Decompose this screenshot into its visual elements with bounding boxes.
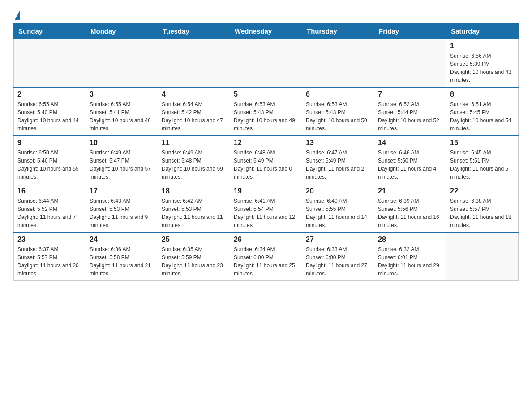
day-info: Sunrise: 6:38 AM Sunset: 5:57 PM Dayligh… xyxy=(450,197,515,229)
day-info: Sunrise: 6:55 AM Sunset: 5:40 PM Dayligh… xyxy=(17,100,82,133)
day-number: 9 xyxy=(17,139,82,147)
calendar-cell: 20Sunrise: 6:40 AM Sunset: 5:55 PM Dayli… xyxy=(302,184,374,232)
day-info: Sunrise: 6:51 AM Sunset: 5:45 PM Dayligh… xyxy=(450,100,515,133)
day-number: 14 xyxy=(378,139,442,147)
day-info: Sunrise: 6:44 AM Sunset: 5:52 PM Dayligh… xyxy=(17,197,82,229)
day-number: 4 xyxy=(162,90,226,98)
calendar-cell: 1Sunrise: 6:56 AM Sunset: 5:39 PM Daylig… xyxy=(446,39,519,87)
calendar-cell xyxy=(302,39,374,87)
column-header-wednesday: Wednesday xyxy=(230,24,302,39)
day-number: 13 xyxy=(306,139,370,147)
day-number: 28 xyxy=(378,235,442,244)
day-info: Sunrise: 6:54 AM Sunset: 5:42 PM Dayligh… xyxy=(162,100,226,133)
calendar-cell: 5Sunrise: 6:53 AM Sunset: 5:43 PM Daylig… xyxy=(230,87,302,136)
calendar-cell: 11Sunrise: 6:49 AM Sunset: 5:48 PM Dayli… xyxy=(158,136,230,184)
calendar-header-row: SundayMondayTuesdayWednesdayThursdayFrid… xyxy=(14,24,519,39)
calendar-cell: 10Sunrise: 6:49 AM Sunset: 5:47 PM Dayli… xyxy=(86,136,158,184)
calendar-cell: 2Sunrise: 6:55 AM Sunset: 5:40 PM Daylig… xyxy=(14,87,86,136)
day-number: 7 xyxy=(378,90,442,98)
day-info: Sunrise: 6:45 AM Sunset: 5:51 PM Dayligh… xyxy=(450,149,515,181)
day-number: 6 xyxy=(306,90,370,98)
calendar-table: SundayMondayTuesdayWednesdayThursdayFrid… xyxy=(13,23,519,281)
week-row-2: 2Sunrise: 6:55 AM Sunset: 5:40 PM Daylig… xyxy=(14,87,519,136)
day-number: 18 xyxy=(162,187,226,195)
day-info: Sunrise: 6:41 AM Sunset: 5:54 PM Dayligh… xyxy=(234,197,298,229)
day-info: Sunrise: 6:47 AM Sunset: 5:49 PM Dayligh… xyxy=(306,149,370,181)
page-header xyxy=(13,9,519,19)
calendar-cell: 14Sunrise: 6:46 AM Sunset: 5:50 PM Dayli… xyxy=(374,136,446,184)
logo xyxy=(13,9,20,19)
day-info: Sunrise: 6:49 AM Sunset: 5:48 PM Dayligh… xyxy=(162,149,226,181)
day-number: 10 xyxy=(90,139,154,147)
calendar-cell: 18Sunrise: 6:42 AM Sunset: 5:53 PM Dayli… xyxy=(158,184,230,232)
week-row-3: 9Sunrise: 6:50 AM Sunset: 5:46 PM Daylig… xyxy=(14,136,519,184)
calendar-cell xyxy=(230,39,302,87)
calendar-cell xyxy=(374,39,446,87)
calendar-cell: 22Sunrise: 6:38 AM Sunset: 5:57 PM Dayli… xyxy=(446,184,519,232)
day-number: 23 xyxy=(17,235,82,244)
day-number: 17 xyxy=(90,187,154,195)
calendar-cell: 24Sunrise: 6:36 AM Sunset: 5:58 PM Dayli… xyxy=(86,232,158,281)
calendar-cell: 27Sunrise: 6:33 AM Sunset: 6:00 PM Dayli… xyxy=(302,232,374,281)
day-info: Sunrise: 6:55 AM Sunset: 5:41 PM Dayligh… xyxy=(90,100,154,133)
day-number: 5 xyxy=(234,90,298,98)
day-number: 19 xyxy=(234,187,298,195)
day-info: Sunrise: 6:39 AM Sunset: 5:56 PM Dayligh… xyxy=(378,197,442,229)
day-number: 26 xyxy=(234,235,298,244)
calendar-cell: 13Sunrise: 6:47 AM Sunset: 5:49 PM Dayli… xyxy=(302,136,374,184)
calendar-cell: 26Sunrise: 6:34 AM Sunset: 6:00 PM Dayli… xyxy=(230,232,302,281)
day-number: 22 xyxy=(450,187,515,195)
day-info: Sunrise: 6:33 AM Sunset: 6:00 PM Dayligh… xyxy=(306,245,370,278)
week-row-1: 1Sunrise: 6:56 AM Sunset: 5:39 PM Daylig… xyxy=(14,39,519,87)
day-number: 21 xyxy=(378,187,442,195)
day-info: Sunrise: 6:36 AM Sunset: 5:58 PM Dayligh… xyxy=(90,245,154,278)
calendar-cell: 4Sunrise: 6:54 AM Sunset: 5:42 PM Daylig… xyxy=(158,87,230,136)
day-number: 2 xyxy=(17,90,82,98)
calendar-cell: 8Sunrise: 6:51 AM Sunset: 5:45 PM Daylig… xyxy=(446,87,519,136)
calendar-cell: 9Sunrise: 6:50 AM Sunset: 5:46 PM Daylig… xyxy=(14,136,86,184)
day-number: 3 xyxy=(90,90,154,98)
column-header-sunday: Sunday xyxy=(14,24,86,39)
day-number: 15 xyxy=(450,139,515,147)
day-number: 12 xyxy=(234,139,298,147)
calendar-cell: 16Sunrise: 6:44 AM Sunset: 5:52 PM Dayli… xyxy=(14,184,86,232)
day-info: Sunrise: 6:32 AM Sunset: 6:01 PM Dayligh… xyxy=(378,245,442,278)
column-header-friday: Friday xyxy=(374,24,446,39)
day-number: 25 xyxy=(162,235,226,244)
day-info: Sunrise: 6:56 AM Sunset: 5:39 PM Dayligh… xyxy=(450,52,515,84)
calendar-cell xyxy=(446,232,519,281)
day-number: 11 xyxy=(162,139,226,147)
day-number: 27 xyxy=(306,235,370,244)
calendar-cell: 6Sunrise: 6:53 AM Sunset: 5:43 PM Daylig… xyxy=(302,87,374,136)
calendar-cell: 21Sunrise: 6:39 AM Sunset: 5:56 PM Dayli… xyxy=(374,184,446,232)
column-header-tuesday: Tuesday xyxy=(158,24,230,39)
calendar-cell: 23Sunrise: 6:37 AM Sunset: 5:57 PM Dayli… xyxy=(14,232,86,281)
day-number: 20 xyxy=(306,187,370,195)
day-info: Sunrise: 6:53 AM Sunset: 5:43 PM Dayligh… xyxy=(306,100,370,133)
day-info: Sunrise: 6:48 AM Sunset: 5:49 PM Dayligh… xyxy=(234,149,298,181)
week-row-5: 23Sunrise: 6:37 AM Sunset: 5:57 PM Dayli… xyxy=(14,232,519,281)
day-info: Sunrise: 6:49 AM Sunset: 5:47 PM Dayligh… xyxy=(90,149,154,181)
calendar-cell: 17Sunrise: 6:43 AM Sunset: 5:53 PM Dayli… xyxy=(86,184,158,232)
day-number: 1 xyxy=(450,42,515,50)
day-info: Sunrise: 6:46 AM Sunset: 5:50 PM Dayligh… xyxy=(378,149,442,181)
day-number: 8 xyxy=(450,90,515,98)
calendar-cell xyxy=(14,39,86,87)
column-header-monday: Monday xyxy=(86,24,158,39)
day-info: Sunrise: 6:50 AM Sunset: 5:46 PM Dayligh… xyxy=(17,149,82,181)
calendar-cell: 19Sunrise: 6:41 AM Sunset: 5:54 PM Dayli… xyxy=(230,184,302,232)
calendar-cell: 15Sunrise: 6:45 AM Sunset: 5:51 PM Dayli… xyxy=(446,136,519,184)
day-info: Sunrise: 6:53 AM Sunset: 5:43 PM Dayligh… xyxy=(234,100,298,133)
calendar-cell xyxy=(158,39,230,87)
day-number: 24 xyxy=(90,235,154,244)
calendar-cell: 7Sunrise: 6:52 AM Sunset: 5:44 PM Daylig… xyxy=(374,87,446,136)
day-info: Sunrise: 6:42 AM Sunset: 5:53 PM Dayligh… xyxy=(162,197,226,229)
calendar-cell: 3Sunrise: 6:55 AM Sunset: 5:41 PM Daylig… xyxy=(86,87,158,136)
day-info: Sunrise: 6:40 AM Sunset: 5:55 PM Dayligh… xyxy=(306,197,370,229)
day-info: Sunrise: 6:43 AM Sunset: 5:53 PM Dayligh… xyxy=(90,197,154,229)
day-info: Sunrise: 6:37 AM Sunset: 5:57 PM Dayligh… xyxy=(17,245,82,278)
calendar-cell: 12Sunrise: 6:48 AM Sunset: 5:49 PM Dayli… xyxy=(230,136,302,184)
logo-triangle-icon xyxy=(15,10,20,20)
calendar-cell: 25Sunrise: 6:35 AM Sunset: 5:59 PM Dayli… xyxy=(158,232,230,281)
day-info: Sunrise: 6:34 AM Sunset: 6:00 PM Dayligh… xyxy=(234,245,298,278)
